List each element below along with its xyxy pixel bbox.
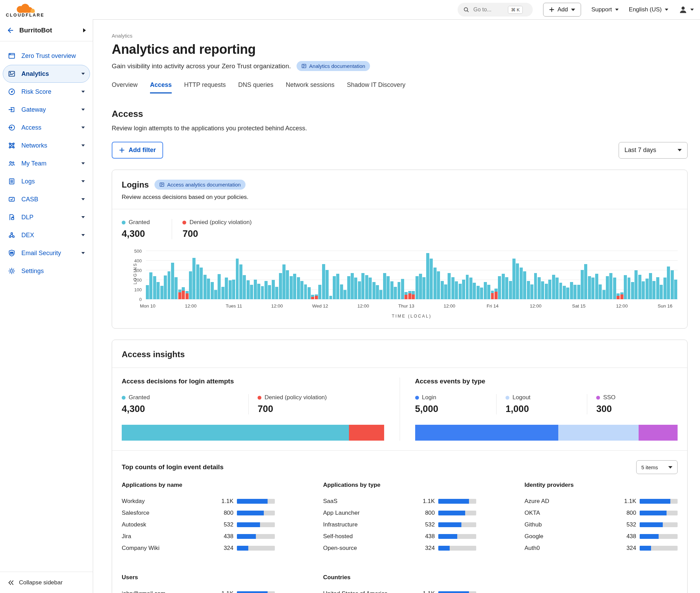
chart-bar — [394, 251, 397, 299]
access-events-by-type-bar — [415, 425, 678, 441]
list-item: Open-source324 — [323, 542, 476, 554]
chart-bar — [379, 251, 382, 299]
x-tick-label: Wed 12 — [312, 303, 328, 309]
sidebar-item-logs[interactable]: Logs — [3, 172, 90, 190]
insights-summaries: Access decisions for login attemptsGrant… — [112, 368, 687, 450]
x-tick-label: 12:00 — [616, 303, 628, 309]
sidebar-item-dex[interactable]: DEX — [3, 226, 90, 244]
tab-http-requests[interactable]: HTTP requests — [184, 81, 226, 93]
analytics-icon — [8, 70, 16, 78]
sidebar-item-access[interactable]: Access — [3, 119, 90, 137]
add-button[interactable]: Add — [543, 3, 581, 17]
chart-bar — [340, 251, 343, 299]
legend-value: 4,300 — [122, 229, 150, 239]
tab-overview[interactable]: Overview — [112, 81, 138, 93]
book-icon — [159, 182, 164, 187]
sidebar-item-risk-score[interactable]: Risk Score — [3, 83, 90, 101]
logins-card-title: Logins — [122, 180, 149, 190]
chart-bar — [527, 251, 530, 299]
chart-bar — [174, 251, 178, 299]
list-item-value: 532 — [216, 521, 233, 528]
global-search[interactable]: ⌘ K — [458, 3, 533, 17]
sidebar-item-analytics[interactable]: Analytics — [3, 65, 90, 83]
back-arrow-icon[interactable] — [7, 27, 14, 34]
x-tick-label: 12:00 — [357, 303, 369, 309]
list-item-label: Auth0 — [524, 545, 618, 552]
chart-bar — [275, 251, 278, 299]
chart-bar — [308, 251, 311, 299]
sidebar-item-my-team[interactable]: My Team — [3, 154, 90, 172]
list-item-value: 438 — [417, 533, 435, 540]
chart-bar — [225, 251, 228, 299]
support-menu[interactable]: Support — [591, 6, 619, 13]
team-icon — [8, 160, 16, 167]
insight-legend: Login5,000Logout1,000SSO300 — [415, 394, 678, 414]
chart-bar — [606, 251, 609, 299]
chart-bar — [257, 251, 260, 299]
cloudflare-cloud-icon — [11, 2, 39, 14]
top-counts-column-title: Applications by name — [122, 482, 275, 489]
legend-value: 5,000 — [415, 404, 497, 414]
tab-shadow-it-discovery[interactable]: Shadow IT Discovery — [347, 81, 406, 93]
sidebar-item-gateway[interactable]: Gateway — [3, 101, 90, 119]
y-tick-label: 500 — [134, 249, 142, 254]
chart-bar — [620, 251, 623, 299]
window-icon — [8, 52, 16, 60]
language-menu[interactable]: English (US) — [629, 6, 668, 13]
chart-bar — [268, 251, 271, 299]
list-item-bar — [237, 511, 275, 515]
sidebar-item-label: Email Security — [21, 250, 61, 257]
search-input[interactable] — [473, 6, 504, 13]
main-content: Analytics Analytics and reporting Gain v… — [93, 19, 700, 593]
top-counts-grid: Applications by nameWorkday1.1KSalesforc… — [112, 475, 687, 593]
time-range-select[interactable]: Last 7 days — [619, 142, 688, 159]
y-tick-label: 200 — [134, 278, 142, 283]
chart-bar — [520, 251, 523, 299]
sidebar-item-label: Analytics — [21, 70, 49, 78]
legend-value: 300 — [596, 404, 678, 414]
tab-network-sessions[interactable]: Network sessions — [286, 81, 334, 93]
gateway-icon — [8, 106, 16, 113]
sidebar-item-settings[interactable]: Settings — [3, 262, 90, 280]
chart-bar — [656, 251, 659, 299]
chart-bar — [279, 251, 282, 299]
caret-down-icon — [615, 9, 619, 11]
tab-access[interactable]: Access — [150, 81, 172, 93]
tab-dns-queries[interactable]: DNS queries — [238, 81, 273, 93]
list-item: Azure AD1.1K — [524, 495, 678, 507]
sidebar-item-email-security[interactable]: Email Security — [3, 244, 90, 262]
list-item-bar — [640, 499, 678, 504]
list-item-bar-fill — [640, 534, 659, 539]
sidebar-item-networks[interactable]: Networks — [3, 137, 90, 154]
person-icon — [679, 5, 688, 14]
list-item-bar — [640, 546, 678, 551]
chart-bar — [455, 251, 458, 299]
sidebar-item-zero-trust-overview[interactable]: Zero Trust overview — [3, 47, 90, 65]
chevron-right-icon[interactable] — [83, 28, 86, 32]
list-item-value: 1.1K — [618, 498, 636, 505]
sidebar-item-casb[interactable]: CASB — [3, 190, 90, 208]
chart-bar — [343, 251, 347, 299]
collapse-sidebar-button[interactable]: Collapse sidebar — [0, 572, 93, 593]
account-header[interactable]: BurritoBot — [0, 19, 93, 41]
list-item-bar — [237, 534, 275, 539]
chart-bar — [192, 251, 196, 299]
user-account-menu[interactable] — [679, 5, 694, 14]
y-tick-label: 300 — [134, 268, 142, 273]
analytics-documentation-badge[interactable]: Analytics documentation — [297, 61, 370, 71]
items-count-select[interactable]: 5 items — [636, 460, 678, 474]
add-filter-button[interactable]: Add filter — [112, 142, 163, 159]
chart-bar — [638, 251, 641, 299]
access-analytics-documentation-badge[interactable]: Access analytics documentation — [154, 180, 246, 190]
y-tick-label: 400 — [134, 258, 142, 263]
chart-bar — [509, 251, 512, 299]
casb-icon — [8, 195, 16, 203]
chart-bar — [272, 251, 275, 299]
sidebar-nav: Zero Trust overviewAnalyticsRisk ScoreGa… — [0, 41, 93, 572]
chart-bar — [628, 251, 631, 299]
list-item: SaaS1.1K — [323, 495, 476, 507]
chart-bar — [591, 251, 594, 299]
sidebar-item-dlp[interactable]: DLP — [3, 208, 90, 226]
chart-bar — [663, 251, 667, 299]
list-item-value: 1.1K — [216, 590, 233, 593]
